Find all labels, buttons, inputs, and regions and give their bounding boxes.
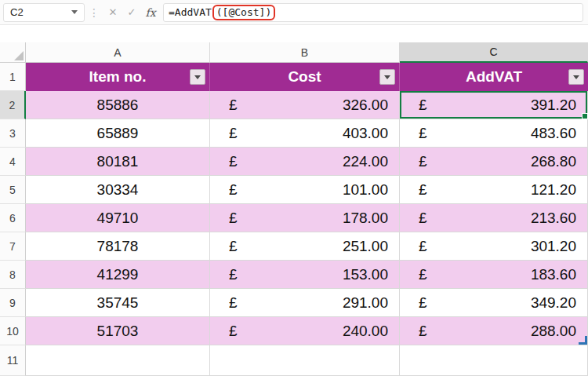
row-header-2[interactable]: 2	[0, 91, 26, 119]
sheet-row-7: 7 78178 £ 251.00 £ 301.20	[0, 232, 588, 261]
row-header-8[interactable]: 8	[0, 261, 26, 289]
sheet-row-8: 8 41299 £ 153.00 £ 183.60	[0, 261, 588, 289]
sheet-row-6: 6 49710 £ 178.00 £ 213.60	[0, 204, 588, 232]
table-header-label: AddVAT	[466, 68, 522, 86]
column-header-row: A B C	[0, 42, 588, 63]
cell-a2[interactable]: 85886	[26, 91, 210, 119]
table-header-row: 1 Item no. Cost AddVAT	[0, 63, 588, 91]
filter-button-addvat[interactable]	[568, 69, 584, 85]
cell-value: 178.00	[343, 210, 388, 227]
cell-a6[interactable]: 49710	[26, 204, 210, 232]
sheet-row-4: 4 80181 £ 224.00 £ 268.80	[0, 148, 588, 176]
sheet-row-2: 2 85886 £ 326.00 £ 391.20	[0, 91, 588, 119]
cell-b6[interactable]: £ 178.00	[210, 204, 400, 232]
cell-a5[interactable]: 30334	[26, 176, 210, 204]
cell-a11[interactable]	[26, 345, 210, 376]
select-all-corner[interactable]	[0, 42, 26, 63]
table-header-label: Item no.	[89, 68, 147, 86]
formula-highlight-annotation: ([@Cost])	[212, 5, 275, 20]
cell-c5[interactable]: £ 121.20	[400, 176, 588, 204]
filter-arrow-icon	[573, 75, 579, 79]
currency-symbol: £	[229, 181, 238, 199]
cell-b2[interactable]: £ 326.00	[210, 91, 400, 119]
insert-function-icon[interactable]: fx	[141, 6, 160, 19]
column-header-c[interactable]: C	[400, 42, 588, 63]
filter-arrow-icon	[194, 75, 201, 79]
currency-symbol: £	[419, 181, 427, 199]
cell-b3[interactable]: £ 403.00	[210, 119, 400, 148]
cell-b4[interactable]: £ 224.00	[210, 148, 400, 176]
column-header-a[interactable]: A	[26, 42, 210, 63]
formula-input[interactable]: =AddVAT ([@Cost])	[163, 3, 583, 22]
name-box-dropdown-icon[interactable]	[71, 10, 78, 14]
currency-symbol: £	[229, 125, 238, 142]
formula-text: =AddVAT	[169, 6, 212, 18]
cell-value: 301.20	[531, 238, 576, 255]
cell-value: 291.00	[343, 294, 388, 312]
cell-c7[interactable]: £ 301.20	[400, 232, 588, 261]
filter-button-cost[interactable]	[379, 69, 395, 85]
name-box[interactable]: C2	[3, 3, 85, 22]
excel-window: C2 ⋮ ✕ ✓ fx =AddVAT ([@Cost]) A B C 1 It…	[0, 0, 588, 376]
cell-b9[interactable]: £ 291.00	[210, 289, 400, 317]
cell-c9[interactable]: £ 349.20	[400, 289, 588, 317]
formula-bar: C2 ⋮ ✕ ✓ fx =AddVAT ([@Cost])	[0, 0, 588, 25]
cell-value: 391.20	[531, 97, 576, 114]
row-header-7[interactable]: 7	[0, 232, 26, 261]
sheet-row-10: 10 51703 £ 240.00 £ 288.00	[0, 317, 588, 345]
currency-symbol: £	[419, 210, 427, 227]
enter-icon[interactable]: ✓	[122, 6, 141, 18]
row-header-9[interactable]: 9	[0, 289, 26, 317]
name-box-value: C2	[10, 6, 24, 18]
cell-c10[interactable]: £ 288.00	[400, 317, 588, 345]
table-header-label: Cost	[288, 68, 321, 86]
currency-symbol: £	[229, 97, 238, 114]
currency-symbol: £	[229, 266, 238, 283]
table-header-cost[interactable]: Cost	[210, 63, 400, 91]
cell-a8[interactable]: 41299	[26, 261, 210, 289]
filter-button-item-no[interactable]	[190, 69, 205, 85]
filter-arrow-icon	[384, 75, 390, 79]
cancel-icon[interactable]: ✕	[103, 6, 122, 18]
cell-value: 213.60	[531, 210, 576, 227]
cell-value: 288.00	[531, 323, 576, 340]
cell-c4[interactable]: £ 268.80	[400, 148, 588, 176]
cell-a7[interactable]: 78178	[26, 232, 210, 261]
row-header-6[interactable]: 6	[0, 204, 26, 232]
sheet-row-9: 9 35745 £ 291.00 £ 349.20	[0, 289, 588, 317]
cell-value: 183.60	[531, 266, 576, 283]
cell-a9[interactable]: 35745	[26, 289, 210, 317]
cell-b5[interactable]: £ 101.00	[210, 176, 400, 204]
cell-a3[interactable]: 65889	[26, 119, 210, 148]
row-header-3[interactable]: 3	[0, 119, 26, 148]
currency-symbol: £	[229, 294, 238, 312]
table-header-item-no[interactable]: Item no.	[26, 63, 210, 91]
currency-symbol: £	[419, 153, 427, 170]
cell-c3[interactable]: £ 483.60	[400, 119, 588, 148]
row-header-1[interactable]: 1	[0, 63, 26, 91]
cell-c11[interactable]	[400, 345, 588, 376]
table-header-addvat[interactable]: AddVAT	[400, 63, 588, 91]
cell-b7[interactable]: £ 251.00	[210, 232, 400, 261]
cell-value: 224.00	[343, 153, 388, 170]
column-header-b[interactable]: B	[210, 42, 400, 63]
row-header-5[interactable]: 5	[0, 176, 26, 204]
cell-b8[interactable]: £ 153.00	[210, 261, 400, 289]
cell-c2-selected[interactable]: £ 391.20	[400, 91, 588, 119]
cell-b11[interactable]	[210, 345, 400, 376]
cell-value: 240.00	[343, 323, 388, 340]
row-header-10[interactable]: 10	[0, 317, 26, 345]
cell-value: 153.00	[343, 266, 388, 283]
cell-b10[interactable]: £ 240.00	[210, 317, 400, 345]
cell-a10[interactable]: 51703	[26, 317, 210, 345]
cell-c6[interactable]: £ 213.60	[400, 204, 588, 232]
cell-c8[interactable]: £ 183.60	[400, 261, 588, 289]
row-header-4[interactable]: 4	[0, 148, 26, 176]
currency-symbol: £	[419, 323, 427, 340]
cell-a4[interactable]: 80181	[26, 148, 210, 176]
row-header-11[interactable]: 11	[0, 345, 26, 376]
currency-symbol: £	[229, 210, 238, 227]
currency-symbol: £	[419, 266, 427, 283]
cell-value: 403.00	[343, 125, 388, 142]
cell-value: 268.80	[531, 153, 576, 170]
